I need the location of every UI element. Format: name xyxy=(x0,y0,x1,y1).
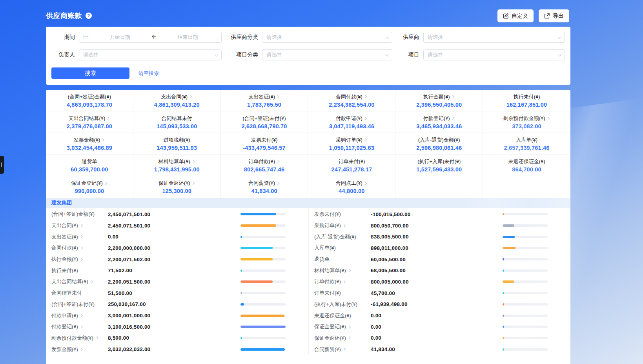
summary-card[interactable]: 合同薪资(¥)41,834.00 xyxy=(221,176,308,198)
detail-row-label-link[interactable]: 支出合同(¥) xyxy=(51,222,108,229)
summary-card-label: (合同+签证)金额(¥) xyxy=(68,93,111,100)
summary-card[interactable]: 付款申请(¥)3,047,119,493.46 xyxy=(308,111,395,133)
progress-bar-fill xyxy=(240,247,273,249)
detail-row-label: 未返还保证金(¥) xyxy=(314,312,371,319)
detail-row-label: (执行+入库)未付(¥) xyxy=(314,301,371,308)
detail-row-label-link[interactable]: 保证金登记(¥) xyxy=(314,323,371,330)
filter-actions: 搜索 清空搜索 xyxy=(51,67,565,79)
detail-row: 付款申请(¥)3,000,001,000.00 xyxy=(46,310,308,321)
detail-row: (合同+签证)未付(¥)250,030,167.00 xyxy=(46,299,308,310)
summary-card[interactable]: 发票金额(¥)3,032,454,486.89 xyxy=(46,133,133,155)
summary-card-label: 支出合同(¥) xyxy=(161,93,188,100)
detail-row: 发票未付(¥)-100,016,500.00 xyxy=(309,209,570,220)
detail-row-label-link[interactable]: 保证金返还(¥) xyxy=(314,335,371,342)
detail-row-label-text: 材料结算单(¥) xyxy=(314,267,346,274)
summary-card[interactable]: 支出合同结算(¥)2,379,476,087.00 xyxy=(46,111,133,133)
detail-row-value: -61,939,498.00 xyxy=(371,301,503,307)
chevron-right-icon xyxy=(107,116,110,120)
date-range-input[interactable]: 开始日期 至 结束日期 xyxy=(79,32,222,43)
filter-row-1: 期间 开始日期 至 结束日期 供应商分类 请选择 供应商 请选择 xyxy=(51,32,565,43)
summary-card[interactable]: 订单付款(¥)802,665,747.46 xyxy=(221,155,308,176)
detail-row-label-link[interactable]: 材料结算单(¥) xyxy=(314,267,371,274)
summary-card[interactable]: 支出合同(¥)4,861,309,413.20 xyxy=(133,90,221,111)
detail-row-label-link[interactable]: 剩余预付款金额(¥) xyxy=(51,335,108,342)
summary-card-value: 44,800.00 xyxy=(339,188,364,194)
detail-row: 合同付款(¥)2,200,000,000.00 xyxy=(46,242,308,254)
summary-card-value: 2,657,339,761.46 xyxy=(504,145,550,151)
progress-bar xyxy=(503,292,548,294)
project-select[interactable]: 请选择 xyxy=(423,49,565,60)
summary-card[interactable]: 支出签证(¥)1,783,765.50 xyxy=(221,90,308,111)
export-button-label: 导出 xyxy=(553,13,564,20)
help-icon[interactable]: ? xyxy=(86,13,92,19)
project-category-select[interactable]: 请选择 xyxy=(262,49,392,60)
detail-row-label-link[interactable]: 发票金额(¥) xyxy=(51,346,108,353)
detail-row: 未返还保证金(¥)0.00 xyxy=(309,310,570,321)
summary-card[interactable]: 付款登记(¥)3,465,934,033.46 xyxy=(395,111,483,133)
summary-card-label-row: (入库-退货)金额(¥) xyxy=(418,136,460,144)
detail-row-label-link[interactable]: 订单付款(¥) xyxy=(314,278,371,285)
supplier-category-placeholder: 请选择 xyxy=(266,34,282,41)
detail-row-label-link[interactable]: 支出签证(¥) xyxy=(51,233,108,240)
detail-row: 保证金返还(¥)0.00 xyxy=(309,333,570,344)
group-name-link[interactable]: 建发集团 xyxy=(51,199,72,206)
customize-button[interactable]: 自定义 xyxy=(497,9,534,22)
search-button[interactable]: 搜索 xyxy=(51,67,129,79)
edit-icon xyxy=(503,13,509,19)
summary-card[interactable]: 剩余预付款金额(¥)373,082.00 xyxy=(483,111,570,133)
calendar-icon xyxy=(83,34,89,41)
summary-card-value: 2,396,550,405.00 xyxy=(416,102,462,108)
summary-card-label-row: 未返还保证金(¥) xyxy=(508,158,545,165)
summary-card-label-row: 发票未付(¥) xyxy=(251,136,278,144)
chevron-right-icon xyxy=(104,182,108,185)
progress-bar-fill xyxy=(503,213,504,215)
summary-card-label: 保证金返还(¥) xyxy=(158,180,190,187)
summary-card[interactable]: 材料结算单(¥)1,798,431,995.00 xyxy=(133,155,221,176)
supplier-select[interactable]: 请选择 xyxy=(423,32,565,43)
project-category-placeholder: 请选择 xyxy=(266,51,282,58)
summary-card-value: 1,050,117,025.63 xyxy=(329,145,374,151)
progress-bar xyxy=(503,280,548,283)
summary-card-value: 4,861,309,413.20 xyxy=(154,102,200,108)
detail-row-label-link[interactable]: 付款申请(¥) xyxy=(51,312,108,319)
summary-card[interactable]: 执行金额(¥)2,396,550,405.00 xyxy=(395,90,483,111)
summary-card-value: 247,451,278.17 xyxy=(332,166,372,173)
summary-card[interactable]: 合同点工(¥)44,800.00 xyxy=(308,176,395,198)
chevron-right-icon xyxy=(343,280,346,284)
detail-row-label-text: 合同薪资(¥) xyxy=(314,346,341,353)
data-card: (合同+签证)金额(¥)4,863,093,178.70支出合同(¥)4,861… xyxy=(46,90,570,364)
export-button[interactable]: 导出 xyxy=(539,9,569,22)
detail-row-value: 2,200,000,000.00 xyxy=(108,245,240,251)
summary-card-label: 执行未付(¥) xyxy=(514,93,540,100)
detail-row-label-link[interactable]: 合同付款(¥) xyxy=(51,244,108,251)
detail-row-label: (合同+签证)未付(¥) xyxy=(51,301,108,308)
project-placeholder: 请选择 xyxy=(428,51,443,58)
chevron-right-icon xyxy=(277,160,280,163)
summary-card[interactable]: 保证金登记(¥)990,000.00 xyxy=(46,176,133,198)
detail-row-label-link[interactable]: 付款登记(¥) xyxy=(51,323,108,330)
summary-card-label-row: 剩余预付款金额(¥) xyxy=(503,115,550,122)
progress-bar-fill xyxy=(240,292,242,294)
detail-row-label-link[interactable]: 支出合同结算(¥) xyxy=(51,278,108,285)
chevron-right-icon xyxy=(348,336,352,340)
chevron-right-icon xyxy=(80,246,84,250)
summary-card[interactable]: 合同付款(¥)2,234,382,554.00 xyxy=(308,90,395,111)
summary-card[interactable]: 采购订单(¥)1,050,117,025.63 xyxy=(308,133,395,155)
chevron-right-icon xyxy=(364,182,368,185)
summary-card-label: 付款申请(¥) xyxy=(336,115,362,122)
summary-card-label-row: 保证金登记(¥) xyxy=(71,180,108,187)
summary-card-value: 143,959,511.93 xyxy=(157,145,197,151)
detail-row-value: 800,050,700.00 xyxy=(371,223,503,229)
supplier-category-select[interactable]: 请选择 xyxy=(262,32,392,43)
side-drawer-handle[interactable] xyxy=(0,156,4,174)
filter-row-2: 负责人 请选择 项目分类 请选择 项目 请选择 xyxy=(51,49,565,60)
owner-select[interactable]: 请选择 xyxy=(79,49,222,60)
detail-row-label-link[interactable]: 采购订单(¥) xyxy=(314,222,371,229)
clear-search-link[interactable]: 清空搜索 xyxy=(138,70,159,77)
detail-row-value: 0.00 xyxy=(371,313,503,318)
summary-card[interactable]: 保证金返还(¥)125,300.00 xyxy=(133,176,221,198)
detail-row-label-text: 订单付款(¥) xyxy=(314,278,341,285)
detail-row-label-link[interactable]: 执行金额(¥) xyxy=(51,256,108,263)
detail-row-label-link[interactable]: 合同薪资(¥) xyxy=(314,346,371,353)
summary-card-empty xyxy=(483,176,570,198)
